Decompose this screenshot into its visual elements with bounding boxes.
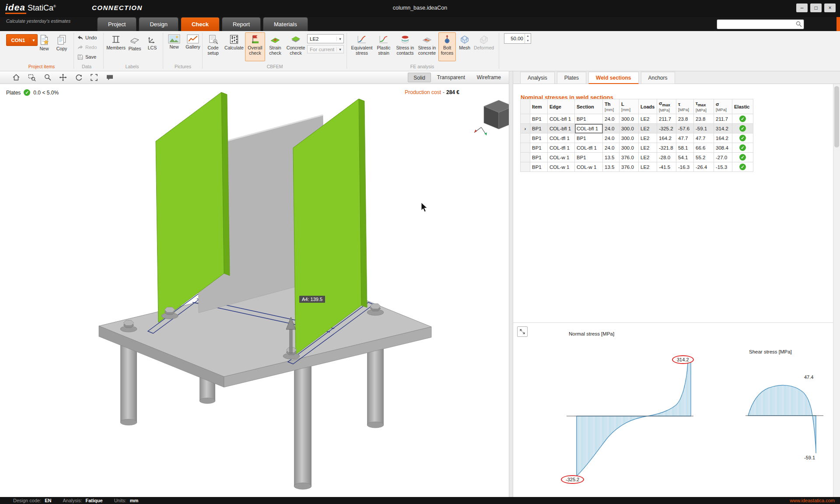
row-selector[interactable] <box>521 143 530 153</box>
plastic-strain-button[interactable]: Plastic strain <box>374 32 394 61</box>
cell-edge[interactable]: COL-tfl 1 <box>548 143 575 153</box>
tab-materials[interactable]: Materials <box>263 17 308 31</box>
cell-loads[interactable]: LE2 <box>639 162 657 172</box>
column-header-τmax[interactable]: τmax[MPa] <box>694 99 714 114</box>
column-header-loads[interactable]: Loads <box>639 99 657 114</box>
scrollbar-thumb[interactable] <box>834 86 839 147</box>
cell-edge[interactable]: COL-w 1 <box>548 162 575 172</box>
cell-tmax[interactable]: 66.6 <box>694 143 714 153</box>
cell-smax[interactable]: -321.8 <box>657 143 676 153</box>
home-view-button[interactable] <box>10 72 22 83</box>
column-header-σ[interactable]: σ[MPa] <box>714 99 732 114</box>
row-selector[interactable] <box>521 153 530 162</box>
cell-tmax[interactable]: 47.7 <box>694 133 714 143</box>
load-scope-dropdown[interactable]: For current▾ <box>307 45 344 53</box>
cell-t[interactable]: -16.3 <box>676 162 694 172</box>
column-header-item[interactable]: Item <box>530 99 548 114</box>
cell-item[interactable]: BP1 <box>530 162 548 172</box>
pan-button[interactable] <box>57 72 69 83</box>
cell-l[interactable]: 300.0 <box>620 114 639 124</box>
view-mode-wireframe[interactable]: Wireframe <box>472 73 506 82</box>
expand-chart-button[interactable] <box>517 326 528 337</box>
anchor-rod[interactable] <box>120 343 137 425</box>
cell-tmax[interactable]: -26.4 <box>694 162 714 172</box>
cell-th[interactable]: 24.0 <box>603 124 620 133</box>
stress-in-contacts-button[interactable]: Stress in contacts <box>395 32 416 61</box>
cell-l[interactable]: 300.0 <box>620 133 639 143</box>
tab-project[interactable]: Project <box>97 17 136 31</box>
cell-edge[interactable]: COL-tfl 1 <box>548 133 575 143</box>
tab-check[interactable]: Check <box>181 17 220 31</box>
column-header-th[interactable]: Th[mm] <box>603 99 620 114</box>
cell-section[interactable]: COL-w 1 <box>575 162 603 172</box>
row-selector[interactable] <box>521 133 530 143</box>
cell-th[interactable]: 24.0 <box>603 114 620 124</box>
bolt-forces-button[interactable]: Bolt forces <box>438 32 456 61</box>
strain-check-button[interactable]: Strain check <box>266 32 284 61</box>
scale-value[interactable]: 50.00 <box>504 34 525 43</box>
cell-item[interactable]: BP1 <box>530 153 548 162</box>
column-header-τ[interactable]: τ[MPa] <box>676 99 694 114</box>
redo-button[interactable]: Redo <box>77 43 97 52</box>
cell-l[interactable]: 376.0 <box>620 162 639 172</box>
overall-check-button[interactable]: Overall check <box>245 32 265 61</box>
cell-s[interactable]: 314.2 <box>714 124 732 133</box>
cell-th[interactable]: 13.5 <box>603 153 620 162</box>
column-header-elastic[interactable]: Elastic <box>732 99 753 114</box>
calculate-button[interactable]: Calculate <box>224 32 244 61</box>
cell-s[interactable]: -27.0 <box>714 153 732 162</box>
cell-t[interactable]: -57.6 <box>676 124 694 133</box>
column-header-σmax[interactable]: σmax[MPa] <box>657 99 676 114</box>
cell-edge[interactable]: COL-bfl 1 <box>548 114 575 124</box>
cell-l[interactable]: 300.0 <box>620 143 639 153</box>
deformed-button[interactable]: Deformed <box>473 32 494 61</box>
stress-in-concrete-button[interactable]: Stress in concrete <box>416 32 438 61</box>
cell-tmax[interactable]: 23.8 <box>694 114 714 124</box>
cell-smax[interactable]: -41.5 <box>657 162 676 172</box>
panel-splitter[interactable] <box>509 71 513 497</box>
minimize-button[interactable]: – <box>796 4 808 12</box>
cell-t[interactable]: 54.1 <box>676 153 694 162</box>
view-mode-solid[interactable]: Solid <box>408 73 431 82</box>
cell-item[interactable]: BP1 <box>530 114 548 124</box>
table-row[interactable]: BP1COL-tfl 1COL-tfl 124.0300.0LE2-321.85… <box>521 143 753 153</box>
code-setup-button[interactable]: Code setup <box>203 32 223 61</box>
search-icon[interactable] <box>795 21 802 29</box>
mesh-button[interactable]: Mesh <box>457 32 472 61</box>
maximize-button[interactable]: □ <box>810 4 822 12</box>
cell-tmax[interactable]: 55.2 <box>694 153 714 162</box>
close-button[interactable]: × <box>824 4 836 12</box>
undo-button[interactable]: Undo <box>77 33 97 42</box>
comment-button[interactable] <box>104 72 116 83</box>
cell-section[interactable]: BP1 <box>575 133 603 143</box>
table-row[interactable]: BP1COL-w 1BP113.5376.0LE2-28.054.155.2-2… <box>521 153 753 162</box>
column-header-edge[interactable]: Edge <box>548 99 575 114</box>
table-row[interactable]: BP1COL-bfl 1BP124.0300.0LE2211.723.823.8… <box>521 114 753 124</box>
cell-l[interactable]: 300.0 <box>620 124 639 133</box>
cell-s[interactable]: 211.7 <box>714 114 732 124</box>
cell-section[interactable]: BP1 <box>575 114 603 124</box>
cell-s[interactable]: -15.3 <box>714 162 732 172</box>
cell-loads[interactable]: LE2 <box>639 153 657 162</box>
cell-loads[interactable]: LE2 <box>639 133 657 143</box>
equivalent-stress-button[interactable]: Equivalent stress <box>351 32 373 61</box>
cell-th[interactable]: 13.5 <box>603 162 620 172</box>
viewport-3d-scene[interactable] <box>0 71 509 497</box>
labels-plates-toggle[interactable]: Plates <box>126 32 144 61</box>
cell-t[interactable]: 23.8 <box>676 114 694 124</box>
cell-item[interactable]: BP1 <box>530 124 548 133</box>
cell-loads[interactable]: LE2 <box>639 143 657 153</box>
tab-weld-sections[interactable]: Weld sections <box>588 72 638 84</box>
cell-s[interactable]: 308.4 <box>714 143 732 153</box>
cell-smax[interactable]: -325.2 <box>657 124 676 133</box>
cell-section[interactable]: COL-tfl 1 <box>575 143 603 153</box>
save-button[interactable]: Save <box>77 52 96 61</box>
cell-t[interactable]: 47.7 <box>676 133 694 143</box>
table-row[interactable]: BP1COL-tfl 1BP124.0300.0LE2164.247.747.7… <box>521 133 753 143</box>
tab-design[interactable]: Design <box>139 17 178 31</box>
anchor-rod[interactable] <box>367 346 384 428</box>
view-cube[interactable] <box>474 100 509 135</box>
cell-loads[interactable]: LE2 <box>639 124 657 133</box>
table-row[interactable]: ›BP1COL-bfl 1COL-bfl 124.0300.0LE2-325.2… <box>521 124 753 133</box>
row-selector[interactable] <box>521 114 530 124</box>
